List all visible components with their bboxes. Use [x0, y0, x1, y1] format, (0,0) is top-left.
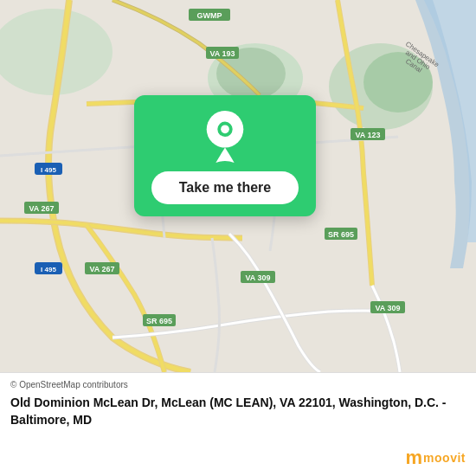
location-card: Take me there	[134, 95, 316, 216]
take-me-there-button[interactable]: Take me there	[151, 171, 299, 204]
address: Old Dominion McLean Dr, McLean (MC LEAN)…	[10, 395, 466, 428]
moovit-logo-text: moovit	[423, 451, 466, 465]
svg-text:VA 267: VA 267	[29, 204, 54, 213]
svg-text:VA 267: VA 267	[89, 265, 114, 273]
svg-text:I 495: I 495	[41, 166, 56, 174]
svg-text:GWMP: GWMP	[197, 11, 222, 20]
moovit-logo: m moovit	[406, 447, 466, 469]
map-container: Chesapeake and Ohio Canal GWMP VA 193 VA…	[0, 0, 476, 372]
svg-text:SR 695: SR 695	[328, 230, 354, 239]
attribution-text: © OpenStreetMap contributors	[10, 380, 128, 389]
svg-text:VA 123: VA 123	[355, 131, 380, 139]
svg-text:VA 193: VA 193	[209, 49, 235, 58]
map-pin-icon	[203, 111, 247, 163]
svg-text:VA 309: VA 309	[245, 273, 270, 282]
attribution: © OpenStreetMap contributors	[10, 380, 466, 389]
svg-point-35	[221, 125, 229, 133]
moovit-logo-icon: m	[406, 447, 422, 469]
svg-text:I 495: I 495	[41, 266, 56, 273]
svg-text:SR 695: SR 695	[146, 317, 172, 325]
footer: © OpenStreetMap contributors Old Dominio…	[0, 372, 476, 476]
svg-text:VA 309: VA 309	[375, 304, 400, 312]
